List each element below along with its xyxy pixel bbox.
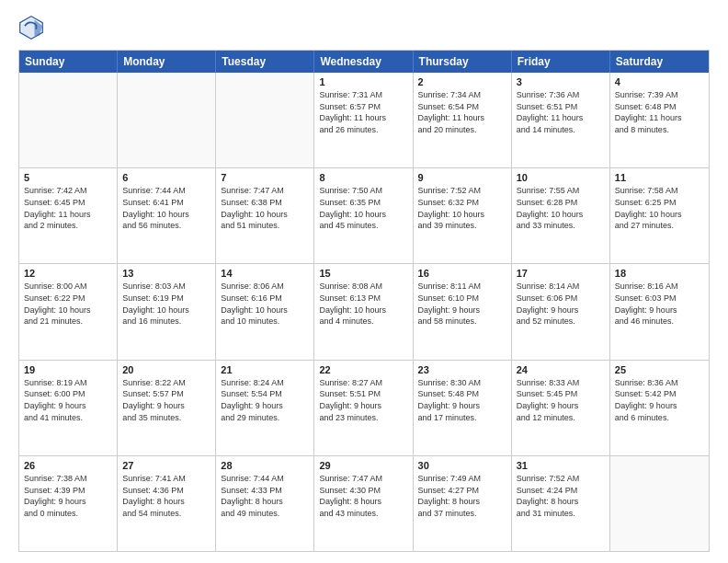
cell-line: Sunrise: 8:36 AM: [615, 378, 704, 389]
cell-line: Sunrise: 8:24 AM: [221, 378, 309, 389]
cell-line: and 33 minutes.: [517, 221, 605, 232]
day-number: 1: [319, 76, 407, 87]
cal-cell: 10Sunrise: 7:55 AMSunset: 6:28 PMDayligh…: [512, 168, 610, 263]
cell-line: and 14 minutes.: [517, 125, 605, 136]
cell-line: Sunrise: 7:47 AM: [319, 474, 407, 485]
cell-line: Sunrise: 8:27 AM: [319, 378, 407, 389]
cell-line: Daylight: 10 hours: [122, 210, 210, 221]
cell-line: Sunset: 4:39 PM: [24, 486, 112, 497]
cal-cell: 6Sunrise: 7:44 AMSunset: 6:41 PMDaylight…: [118, 168, 216, 263]
day-number: 21: [221, 364, 309, 375]
cell-line: Sunset: 6:06 PM: [517, 293, 605, 304]
cell-line: and 52 minutes.: [517, 316, 605, 327]
cell-line: Sunrise: 8:16 AM: [615, 282, 704, 293]
cell-line: Sunrise: 8:30 AM: [418, 378, 506, 389]
day-number: 30: [418, 460, 506, 471]
day-number: 2: [418, 76, 506, 87]
cell-line: Daylight: 9 hours: [517, 305, 605, 316]
cell-line: Daylight: 11 hours: [615, 113, 704, 124]
cell-line: Sunset: 4:24 PM: [517, 486, 605, 497]
cell-line: Daylight: 9 hours: [418, 401, 506, 412]
cell-line: and 45 minutes.: [319, 221, 407, 232]
cal-cell: 16Sunrise: 8:11 AMSunset: 6:10 PMDayligh…: [414, 264, 512, 359]
cell-line: Sunset: 5:57 PM: [122, 389, 210, 400]
cell-line: Daylight: 10 hours: [319, 210, 407, 221]
cell-line: Sunset: 6:03 PM: [615, 293, 704, 304]
day-number: 11: [615, 172, 704, 183]
week-row-1: 5Sunrise: 7:42 AMSunset: 6:45 PMDaylight…: [19, 168, 709, 264]
cell-line: Daylight: 8 hours: [319, 497, 407, 508]
cell-line: Daylight: 10 hours: [615, 210, 704, 221]
cell-line: Sunrise: 7:36 AM: [517, 90, 605, 101]
cell-line: Daylight: 9 hours: [615, 401, 704, 412]
day-number: 29: [319, 460, 407, 471]
cell-line: Daylight: 10 hours: [221, 210, 309, 221]
cell-line: Sunrise: 7:49 AM: [418, 474, 506, 485]
cell-line: Sunset: 6:25 PM: [615, 198, 704, 209]
cell-line: Daylight: 10 hours: [517, 210, 605, 221]
cell-line: Sunrise: 7:34 AM: [418, 90, 506, 101]
day-number: 14: [221, 268, 309, 279]
day-number: 9: [418, 172, 506, 183]
cell-line: and 46 minutes.: [615, 316, 704, 327]
cell-line: and 51 minutes.: [221, 221, 309, 232]
calendar-header: SundayMondayTuesdayWednesdayThursdayFrid…: [19, 51, 709, 73]
cell-line: Daylight: 9 hours: [122, 401, 210, 412]
cell-line: and 27 minutes.: [615, 221, 704, 232]
cell-line: Sunset: 5:42 PM: [615, 389, 704, 400]
cell-line: and 2 minutes.: [24, 221, 112, 232]
cal-cell: 20Sunrise: 8:22 AMSunset: 5:57 PMDayligh…: [118, 361, 216, 455]
cell-line: Sunrise: 7:41 AM: [122, 474, 210, 485]
cell-line: Sunset: 5:51 PM: [319, 389, 407, 400]
header-cell-thursday: Thursday: [414, 51, 512, 73]
cell-line: Sunrise: 7:47 AM: [221, 186, 309, 197]
week-row-2: 12Sunrise: 8:00 AMSunset: 6:22 PMDayligh…: [19, 264, 709, 360]
cell-line: Sunset: 6:00 PM: [24, 389, 112, 400]
header: [18, 15, 710, 40]
header-cell-tuesday: Tuesday: [216, 51, 314, 73]
day-number: 13: [122, 268, 210, 279]
cell-line: Sunrise: 7:52 AM: [418, 186, 506, 197]
cell-line: Sunrise: 7:50 AM: [319, 186, 407, 197]
cal-cell: 30Sunrise: 7:49 AMSunset: 4:27 PMDayligh…: [414, 456, 512, 551]
calendar-body: 1Sunrise: 7:31 AMSunset: 6:57 PMDaylight…: [19, 73, 709, 551]
cell-line: and 56 minutes.: [122, 221, 210, 232]
cal-cell: 31Sunrise: 7:52 AMSunset: 4:24 PMDayligh…: [512, 456, 610, 551]
cal-cell: 3Sunrise: 7:36 AMSunset: 6:51 PMDaylight…: [512, 73, 610, 167]
cal-cell: 15Sunrise: 8:08 AMSunset: 6:13 PMDayligh…: [314, 264, 413, 359]
day-number: 16: [418, 268, 506, 279]
day-number: 27: [122, 460, 210, 471]
cell-line: and 8 minutes.: [615, 125, 704, 136]
day-number: 20: [122, 364, 210, 375]
cell-line: Sunrise: 7:44 AM: [122, 186, 210, 197]
cell-line: Daylight: 9 hours: [517, 401, 605, 412]
day-number: 28: [221, 460, 309, 471]
cell-line: and 0 minutes.: [24, 509, 112, 520]
cell-line: Daylight: 8 hours: [122, 497, 210, 508]
cell-line: Sunset: 6:54 PM: [418, 102, 506, 113]
cell-line: and 41 minutes.: [24, 413, 112, 424]
cell-line: Sunset: 4:36 PM: [122, 486, 210, 497]
cell-line: Sunrise: 8:11 AM: [418, 282, 506, 293]
cell-line: Sunrise: 8:33 AM: [517, 378, 605, 389]
header-cell-sunday: Sunday: [19, 51, 118, 73]
cell-line: and 10 minutes.: [221, 316, 309, 327]
cell-line: and 6 minutes.: [615, 413, 704, 424]
cal-cell: 26Sunrise: 7:38 AMSunset: 4:39 PMDayligh…: [19, 456, 118, 551]
day-number: 19: [24, 364, 112, 375]
cal-cell: 9Sunrise: 7:52 AMSunset: 6:32 PMDaylight…: [414, 168, 512, 263]
cal-cell: 1Sunrise: 7:31 AMSunset: 6:57 PMDaylight…: [314, 73, 413, 167]
cell-line: and 49 minutes.: [221, 509, 309, 520]
cell-line: Daylight: 8 hours: [221, 497, 309, 508]
cell-line: and 21 minutes.: [24, 316, 112, 327]
day-number: 4: [615, 76, 704, 87]
cell-line: Sunset: 5:54 PM: [221, 389, 309, 400]
cal-cell: 24Sunrise: 8:33 AMSunset: 5:45 PMDayligh…: [512, 361, 610, 455]
logo-icon: [18, 15, 44, 40]
cell-line: Sunset: 4:33 PM: [221, 486, 309, 497]
day-number: 8: [319, 172, 407, 183]
cell-line: Sunrise: 7:42 AM: [24, 186, 112, 197]
page: SundayMondayTuesdayWednesdayThursdayFrid…: [0, 0, 728, 563]
cal-cell: 13Sunrise: 8:03 AMSunset: 6:19 PMDayligh…: [118, 264, 216, 359]
cal-cell: 27Sunrise: 7:41 AMSunset: 4:36 PMDayligh…: [118, 456, 216, 551]
